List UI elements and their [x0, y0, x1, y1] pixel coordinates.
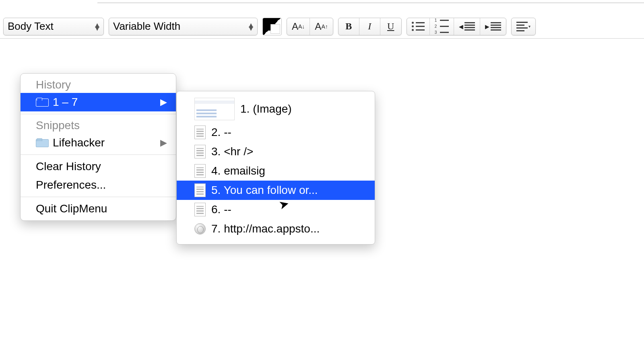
history-entry-label: 6. --: [211, 203, 231, 216]
document-icon: [194, 125, 206, 139]
alignment-group: ▾: [511, 18, 536, 35]
decrease-font-label: A: [292, 21, 298, 32]
clear-history-item[interactable]: Clear History: [21, 157, 176, 176]
document-icon: [194, 203, 206, 216]
menu-separator: [21, 154, 176, 155]
italic-label: I: [368, 21, 371, 32]
chevron-updown-icon: ▴▾: [249, 23, 253, 30]
history-entry[interactable]: 1. (Image): [177, 95, 375, 123]
image-thumbnail-icon: [194, 98, 235, 120]
indent-icon: ▶: [485, 22, 501, 31]
increase-font-label: A: [315, 21, 321, 32]
quit-item[interactable]: Quit ClipMenu: [21, 200, 176, 218]
document-icon: [194, 183, 206, 197]
clear-history-label: Clear History: [36, 160, 101, 173]
increase-font-button[interactable]: AA↑: [310, 18, 332, 35]
chevron-down-icon: ▾: [528, 24, 530, 29]
underline-button[interactable]: U: [380, 18, 401, 35]
numbered-list-icon: 1 2 3: [435, 18, 449, 35]
clipmenu-main-menu: History 1 – 7 ▶ Snippets Lifehacker ▶ Cl…: [20, 73, 176, 221]
top-divider: [97, 0, 644, 3]
history-entry[interactable]: 7. http://mac.appsto...: [177, 219, 375, 239]
indent-button[interactable]: ▶: [480, 18, 506, 35]
outdent-button[interactable]: ◀: [454, 18, 480, 35]
chevron-right-icon: ▶: [160, 138, 167, 148]
history-entry[interactable]: 2. --: [177, 123, 375, 142]
history-entry-label: 4. emailsig: [211, 165, 265, 177]
italic-button[interactable]: I: [359, 18, 380, 35]
history-entry-label: 2. --: [211, 126, 231, 139]
formatting-toolbar: Body Text ▴▾ Variable Width ▴▾ AA↓ AA↑ B…: [0, 14, 644, 39]
history-range-item[interactable]: 1 – 7 ▶: [21, 93, 176, 111]
align-dropdown-button[interactable]: ▾: [512, 18, 535, 35]
history-entry-label: 3. <hr />: [211, 145, 253, 158]
snippets-folder-label: Lifehacker: [53, 136, 105, 149]
snippets-header: Snippets: [21, 117, 176, 134]
text-color-swatch[interactable]: [262, 18, 282, 35]
bold-button[interactable]: B: [339, 18, 359, 35]
menu-separator: [21, 114, 176, 114]
history-range-label: 1 – 7: [53, 96, 78, 109]
chevron-updown-icon: ▴▾: [95, 23, 99, 30]
history-header: History: [21, 76, 176, 93]
history-entry[interactable]: 5. You can follow or...: [177, 181, 375, 200]
history-entry[interactable]: 4. emailsig: [177, 161, 375, 181]
document-icon: [194, 164, 206, 178]
underline-label: U: [387, 21, 394, 32]
folder-icon: [36, 138, 48, 147]
decrease-font-button[interactable]: AA↓: [287, 18, 310, 35]
text-style-group: B I U: [338, 18, 402, 35]
chevron-right-icon: ▶: [160, 97, 167, 107]
font-size-group: AA↓ AA↑: [287, 18, 333, 35]
history-entry[interactable]: 3. <hr />: [177, 142, 375, 161]
paragraph-style-dropdown[interactable]: Body Text ▴▾: [3, 18, 104, 35]
bulleted-list-button[interactable]: [407, 18, 430, 35]
folder-icon: [36, 98, 48, 107]
font-family-dropdown[interactable]: Variable Width ▴▾: [109, 18, 258, 35]
history-entry[interactable]: 6. --: [177, 200, 375, 219]
clipmenu-history-submenu: 1. (Image)2. --3. <hr />4. emailsig5. Yo…: [176, 91, 375, 245]
history-entry-label: 5. You can follow or...: [211, 184, 318, 197]
history-entry-label: 1. (Image): [240, 103, 292, 115]
align-left-icon: [516, 22, 528, 31]
menu-separator: [21, 197, 176, 197]
preferences-item[interactable]: Preferences...: [21, 176, 176, 194]
list-group: 1 2 3 ◀ ▶: [407, 18, 506, 35]
paragraph-style-label: Body Text: [8, 20, 54, 33]
preferences-label: Preferences...: [36, 179, 106, 191]
outdent-icon: ◀: [459, 22, 475, 31]
document-icon: [194, 145, 206, 158]
quit-label: Quit ClipMenu: [36, 202, 107, 215]
bold-label: B: [345, 21, 352, 32]
history-entry-label: 7. http://mac.appsto...: [211, 222, 320, 235]
snippets-folder-item[interactable]: Lifehacker ▶: [21, 134, 176, 152]
font-family-label: Variable Width: [113, 20, 180, 33]
numbered-list-button[interactable]: 1 2 3: [430, 18, 454, 35]
globe-icon: [194, 223, 206, 234]
bulleted-list-icon: [412, 22, 425, 31]
